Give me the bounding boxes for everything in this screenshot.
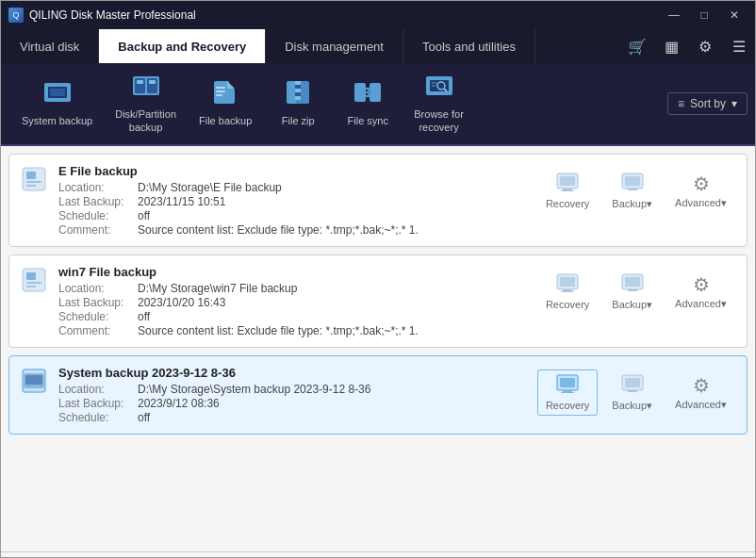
file-backup-icon bbox=[210, 79, 240, 112]
table-icon-btn[interactable]: ▦ bbox=[655, 29, 687, 63]
system-2023-recovery-button[interactable]: Recovery bbox=[537, 369, 598, 416]
file-sync-icon bbox=[353, 79, 383, 112]
advanced-icon-2: ⚙ bbox=[693, 374, 710, 397]
menu-icon-btn[interactable]: ☰ bbox=[723, 29, 755, 63]
svg-rect-31 bbox=[26, 181, 41, 183]
cart-icon-btn[interactable]: 🛒 bbox=[621, 29, 653, 63]
win7-backup-icon bbox=[21, 267, 47, 299]
system-2023-location: D:\My Storage\System backup 2023-9-12 8-… bbox=[138, 383, 528, 396]
e-file-backup-label: Backup▾ bbox=[612, 198, 652, 210]
toolbar-browse-recovery-label: Browse forrecovery bbox=[414, 107, 464, 135]
location-label-1: Location: bbox=[58, 282, 134, 295]
win7-last-backup: 2023/10/20 16:43 bbox=[138, 296, 528, 309]
e-file-backup-details: Location: D:\My Storage\E File backup La… bbox=[58, 181, 528, 237]
system-2023-recovery-label: Recovery bbox=[546, 400, 589, 411]
disk-backup-icon bbox=[131, 73, 161, 106]
e-file-last-backup: 2023/11/15 10:51 bbox=[138, 195, 528, 208]
svg-rect-20 bbox=[295, 85, 301, 89]
sort-icon: ≡ bbox=[678, 97, 684, 110]
win7-actions: Recovery Backup▾ ⚙ Advanced▾ bbox=[537, 265, 735, 316]
title-bar: Q QILING Disk Master Professional — □ ✕ bbox=[1, 1, 755, 29]
toolbar-browse-recovery[interactable]: Browse forrecovery bbox=[404, 69, 473, 139]
win7-advanced-button[interactable]: ⚙ Advanced▾ bbox=[666, 269, 735, 315]
backup-icon-1 bbox=[621, 273, 644, 297]
tab-disk-management[interactable]: Disk management bbox=[266, 29, 403, 63]
last-backup-label-0: Last Backup: bbox=[58, 195, 134, 208]
file-zip-icon bbox=[283, 79, 313, 112]
nav-tabs: Virtual disk Backup and Recovery Disk ma… bbox=[1, 29, 755, 63]
recovery-icon-0 bbox=[556, 172, 579, 196]
tab-virtual-disk[interactable]: Virtual disk bbox=[1, 29, 99, 63]
maximize-button[interactable]: □ bbox=[691, 6, 717, 25]
recovery-icon-1 bbox=[556, 273, 579, 297]
svg-rect-13 bbox=[216, 90, 225, 92]
e-file-backup-info: E File backup Location: D:\My Storage\E … bbox=[58, 164, 528, 237]
toolbar-file-backup[interactable]: File backup bbox=[189, 75, 261, 131]
toolbar-disk-backup[interactable]: Disk/Partitionbackup bbox=[106, 69, 186, 139]
e-file-location: D:\My Storage\E File backup bbox=[138, 181, 528, 194]
svg-rect-7 bbox=[137, 80, 143, 84]
system-2023-backup-button[interactable]: Backup▾ bbox=[603, 369, 661, 417]
advanced-icon-1: ⚙ bbox=[693, 273, 710, 296]
system-2023-schedule: off bbox=[138, 411, 528, 424]
schedule-label-0: Schedule: bbox=[58, 209, 134, 222]
svg-rect-47 bbox=[561, 291, 574, 292]
svg-rect-3 bbox=[52, 100, 63, 102]
svg-rect-50 bbox=[628, 289, 637, 291]
svg-rect-53 bbox=[25, 375, 42, 385]
toolbar-file-sync-label: File sync bbox=[348, 114, 388, 127]
window-controls: — □ ✕ bbox=[661, 6, 748, 25]
svg-rect-43 bbox=[26, 286, 36, 287]
close-button[interactable]: ✕ bbox=[721, 6, 748, 25]
win7-comment: Source content list: Exclude file type: … bbox=[138, 324, 528, 337]
nav-right-icons: 🛒 ▦ ⚙ ☰ bbox=[621, 29, 755, 63]
status-bar: All: 4 bbox=[1, 551, 755, 558]
e-file-actions: Recovery Backup▾ ⚙ Advanced▾ bbox=[537, 164, 735, 215]
win7-location: D:\My Storage\win7 File backup bbox=[138, 282, 528, 295]
advanced-icon-0: ⚙ bbox=[693, 172, 710, 195]
svg-marker-10 bbox=[227, 81, 235, 89]
e-file-recovery-button[interactable]: Recovery bbox=[537, 168, 598, 214]
minimize-button[interactable]: — bbox=[661, 6, 687, 25]
backup-card-e-file: E File backup Location: D:\My Storage\E … bbox=[8, 154, 748, 247]
svg-rect-30 bbox=[26, 172, 36, 179]
location-label-0: Location: bbox=[58, 181, 134, 194]
e-file-advanced-button[interactable]: ⚙ Advanced▾ bbox=[666, 168, 735, 214]
system-2023-backup-info: System backup 2023-9-12 8-36 Location: D… bbox=[58, 366, 528, 424]
e-file-recovery-label: Recovery bbox=[546, 198, 589, 209]
toolbar-file-sync[interactable]: File sync bbox=[335, 75, 401, 131]
system-backup-icon bbox=[42, 79, 73, 112]
schedule-label-1: Schedule: bbox=[58, 310, 134, 323]
sort-label: Sort by bbox=[690, 97, 726, 110]
settings-icon-btn[interactable]: ⚙ bbox=[689, 29, 721, 63]
sort-by-button[interactable]: ≡ Sort by ▾ bbox=[667, 92, 748, 115]
app-icon: Q bbox=[8, 8, 24, 23]
toolbar-system-backup[interactable]: System backup bbox=[12, 75, 102, 131]
sort-chevron-icon: ▾ bbox=[731, 97, 737, 110]
system-2023-advanced-button[interactable]: ⚙ Advanced▾ bbox=[666, 369, 735, 416]
toolbar-file-zip[interactable]: File zip bbox=[265, 75, 331, 131]
svg-rect-34 bbox=[560, 176, 575, 186]
svg-rect-14 bbox=[216, 94, 222, 96]
svg-rect-55 bbox=[560, 378, 575, 387]
e-file-advanced-label: Advanced▾ bbox=[675, 197, 727, 209]
recovery-icon-2 bbox=[556, 374, 579, 398]
svg-rect-42 bbox=[26, 282, 41, 284]
toolbar-system-backup-label: System backup bbox=[22, 114, 92, 127]
schedule-label-2: Schedule: bbox=[58, 411, 134, 424]
win7-recovery-button[interactable]: Recovery bbox=[537, 269, 598, 315]
svg-rect-41 bbox=[26, 272, 36, 280]
svg-rect-18 bbox=[295, 89, 301, 92]
content-area: E File backup Location: D:\My Storage\E … bbox=[1, 146, 755, 551]
svg-rect-59 bbox=[625, 378, 640, 387]
tab-backup-recovery[interactable]: Backup and Recovery bbox=[99, 29, 266, 63]
win7-advanced-label: Advanced▾ bbox=[675, 298, 727, 310]
comment-label-1: Comment: bbox=[58, 324, 134, 337]
tab-tools-utilities[interactable]: Tools and utilities bbox=[403, 29, 535, 63]
win7-backup-button[interactable]: Backup▾ bbox=[603, 269, 661, 316]
win7-schedule: off bbox=[138, 310, 528, 323]
e-file-backup-button[interactable]: Backup▾ bbox=[603, 168, 661, 215]
svg-rect-36 bbox=[561, 190, 574, 191]
svg-rect-2 bbox=[50, 89, 65, 96]
e-file-comment: Source content list: Exclude file type: … bbox=[138, 223, 528, 237]
